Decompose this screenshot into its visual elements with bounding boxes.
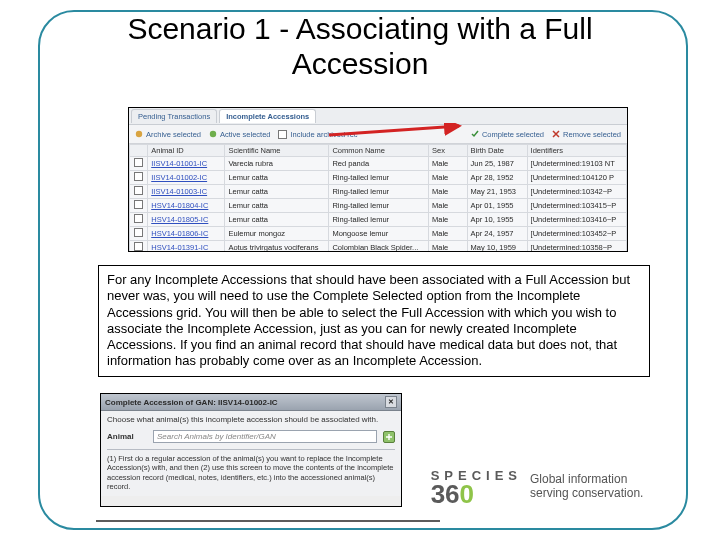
sex: Male xyxy=(428,241,467,253)
common-name: Ring-tailed lemur xyxy=(329,213,429,227)
active-icon xyxy=(209,130,217,138)
tabs-row: Pending Transactions Incomplete Accessio… xyxy=(129,108,627,125)
identifiers: [Undetermined:103452~P xyxy=(527,227,626,241)
animal-search-input[interactable]: Search Animals by Identifier/GAN xyxy=(153,430,377,443)
col-common[interactable]: Common Name xyxy=(329,145,429,157)
slide-title: Scenario 1 - Associating with a Full Acc… xyxy=(60,12,660,81)
table-row[interactable]: IISV14-01001-ICVarecia rubraRed pandaMal… xyxy=(130,157,627,171)
table-row[interactable]: IISV14-01003-ICLemur cattaRing-tailed le… xyxy=(130,185,627,199)
row-checkbox[interactable] xyxy=(134,242,143,251)
birth-date: Apr 28, 1952 xyxy=(467,171,527,185)
tab-pending-transactions[interactable]: Pending Transactions xyxy=(131,109,217,123)
identifiers: [Undetermined:10342~P xyxy=(527,185,626,199)
identifiers: [Undetermined:103416~P xyxy=(527,213,626,227)
row-checkbox[interactable] xyxy=(134,172,143,181)
animal-id-link[interactable]: HSV14-01805-IC xyxy=(148,213,225,227)
active-selected-button[interactable]: Active selected xyxy=(209,130,270,139)
dialog-close-button[interactable]: ✕ xyxy=(385,396,397,408)
scientific-name: Eulemur mongoz xyxy=(225,227,329,241)
dialog-prompt: Choose what animal(s) this incomplete ac… xyxy=(107,415,395,424)
common-name: Mongoose lemur xyxy=(329,227,429,241)
scientific-name: Lemur catta xyxy=(225,213,329,227)
grid-header-row: Animal ID Scientific Name Common Name Se… xyxy=(130,145,627,157)
table-row[interactable]: HSV14-01806-ICEulemur mongozMongoose lem… xyxy=(130,227,627,241)
svg-point-0 xyxy=(136,131,142,137)
dialog-note: (1) First do a regular accession of the … xyxy=(107,454,395,492)
include-archived-label: Include archived rec xyxy=(290,130,357,139)
footer-divider xyxy=(96,520,440,522)
row-checkbox[interactable] xyxy=(134,158,143,167)
svg-point-1 xyxy=(210,131,216,137)
common-name: Ring-tailed lemur xyxy=(329,199,429,213)
sex: Male xyxy=(428,157,467,171)
birth-date: Apr 01, 1955 xyxy=(467,199,527,213)
scientific-name: Varecia rubra xyxy=(225,157,329,171)
remove-selected-label: Remove selected xyxy=(563,130,621,139)
col-scientific[interactable]: Scientific Name xyxy=(225,145,329,157)
scientific-name: Lemur catta xyxy=(225,199,329,213)
animal-id-link[interactable]: IISV14-01001-IC xyxy=(148,157,225,171)
sex: Male xyxy=(428,213,467,227)
logo-36: 36 xyxy=(431,479,460,509)
animal-id-link[interactable]: HSV14-01391-IC xyxy=(148,241,225,253)
sex: Male xyxy=(428,185,467,199)
table-row[interactable]: HSV14-01391-ICAotus trivirgatus vocifera… xyxy=(130,241,627,253)
species360-logo: SPECIES 360 Global information serving c… xyxy=(431,468,660,506)
logo-0: 0 xyxy=(460,479,474,509)
archive-selected-label: Archive selected xyxy=(146,130,201,139)
sex: Male xyxy=(428,199,467,213)
row-checkbox[interactable] xyxy=(134,214,143,223)
animal-id-link[interactable]: HSV14-01806-IC xyxy=(148,227,225,241)
complete-selected-button[interactable]: Complete selected xyxy=(471,130,544,139)
identifiers: [Undetermined:103415~P xyxy=(527,199,626,213)
identifiers: [Undetermined:104120 P xyxy=(527,171,626,185)
animal-id-link[interactable]: IISV14-01003-IC xyxy=(148,185,225,199)
include-archived-checkbox[interactable]: Include archived rec xyxy=(278,130,357,139)
accessions-grid: Animal ID Scientific Name Common Name Se… xyxy=(129,144,627,252)
col-birth[interactable]: Birth Date xyxy=(467,145,527,157)
active-selected-label: Active selected xyxy=(220,130,270,139)
animal-label: Animal xyxy=(107,432,147,441)
col-sex[interactable]: Sex xyxy=(428,145,467,157)
row-checkbox[interactable] xyxy=(134,186,143,195)
col-animal-id[interactable]: Animal ID xyxy=(148,145,225,157)
table-row[interactable]: IISV14-01002-ICLemur cattaRing-tailed le… xyxy=(130,171,627,185)
birth-date: May 21, 1953 xyxy=(467,185,527,199)
col-identifiers[interactable]: Identifiers xyxy=(527,145,626,157)
checkbox-icon xyxy=(278,130,287,139)
row-checkbox[interactable] xyxy=(134,228,143,237)
common-name: Colombian Black Spider... xyxy=(329,241,429,253)
toolbar: Archive selected Active selected Include… xyxy=(129,125,627,144)
table-row[interactable]: HSV14-01805-ICLemur cattaRing-tailed lem… xyxy=(130,213,627,227)
scientific-name: Lemur catta xyxy=(225,185,329,199)
common-name: Ring-tailed lemur xyxy=(329,185,429,199)
logo-tagline: Global information serving conservation. xyxy=(530,473,660,501)
remove-icon xyxy=(552,130,560,138)
sex: Male xyxy=(428,171,467,185)
table-row[interactable]: HSV14-01804-ICLemur cattaRing-tailed lem… xyxy=(130,199,627,213)
scientific-name: Lemur catta xyxy=(225,171,329,185)
birth-date: Jun 25, 1987 xyxy=(467,157,527,171)
complete-selected-label: Complete selected xyxy=(482,130,544,139)
divider xyxy=(107,449,395,450)
identifiers: [Undetermined:10358~P xyxy=(527,241,626,253)
check-icon xyxy=(471,130,479,138)
dialog-body: Choose what animal(s) this incomplete ac… xyxy=(101,411,401,496)
archive-icon xyxy=(135,130,143,138)
scientific-name: Aotus trivirgatus vociferans xyxy=(225,241,329,253)
common-name: Red panda xyxy=(329,157,429,171)
sex: Male xyxy=(428,227,467,241)
identifiers: [Undetermined:19103 NT xyxy=(527,157,626,171)
remove-selected-button[interactable]: Remove selected xyxy=(552,130,621,139)
close-icon: ✕ xyxy=(388,398,394,406)
animal-id-link[interactable]: IISV14-01002-IC xyxy=(148,171,225,185)
dialog-title: Complete Accession of GAN: IISV14-01002-… xyxy=(105,398,278,407)
tab-incomplete-accessions[interactable]: Incomplete Accessions xyxy=(219,109,316,123)
row-checkbox[interactable] xyxy=(134,200,143,209)
add-animal-button[interactable] xyxy=(383,431,395,443)
dialog-titlebar: Complete Accession of GAN: IISV14-01002-… xyxy=(101,394,401,411)
archive-selected-button[interactable]: Archive selected xyxy=(135,130,201,139)
animal-id-link[interactable]: HSV14-01804-IC xyxy=(148,199,225,213)
birth-date: Apr 24, 1957 xyxy=(467,227,527,241)
birth-date: Apr 10, 1955 xyxy=(467,213,527,227)
